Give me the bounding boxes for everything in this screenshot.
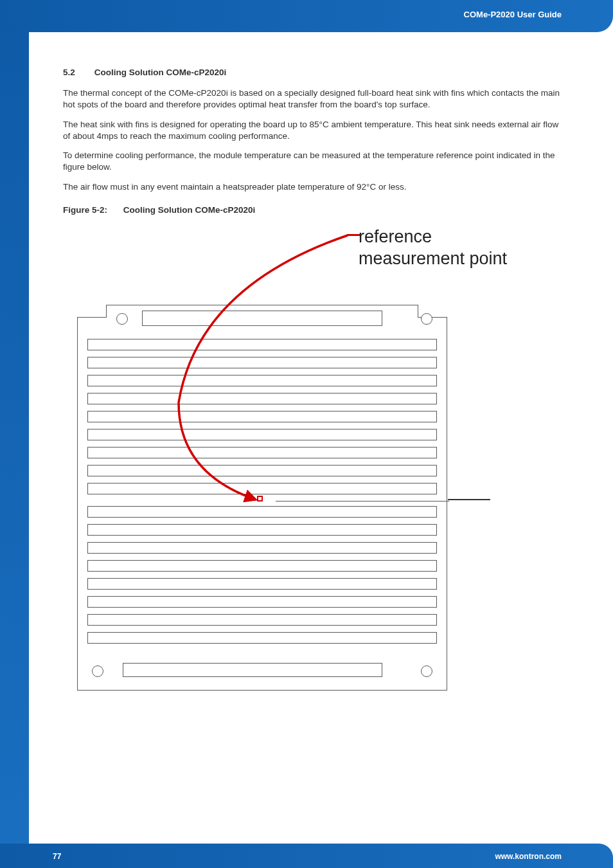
header-banner: COMe-P2020 User Guide [0,0,613,32]
left-accent-stripe [0,0,29,868]
paragraph-1: The thermal concept of the COMe-cP2020i … [63,87,562,111]
footer-url: www.kontron.com [495,852,562,861]
fin [87,483,437,494]
fin [87,447,437,458]
mount-hole-br [421,665,432,677]
fin [87,465,437,476]
top-strip [142,311,382,326]
figure-number: Figure 5-2: [63,204,121,216]
fin [87,578,437,590]
fin [87,614,437,626]
paragraph-3: To determine cooling performance, the mo… [63,150,562,173]
mount-hole-tr [421,313,432,325]
bottom-strip [123,663,382,677]
fin [87,429,437,440]
fin [87,339,437,350]
section-heading: 5.2 Cooling Solution COMe-cP2020i [63,67,562,78]
figure-caption: Cooling Solution COMe-cP2020i [123,205,256,215]
measurement-extension-line-outer [448,499,490,500]
figure-diagram: reference measurement point [63,229,513,705]
section-number: 5.2 [63,67,92,78]
reference-measurement-point-marker [257,496,263,502]
paragraph-2: The heat sink with fins is designed for … [63,119,562,142]
fin [87,542,437,554]
document-title: COMe-P2020 User Guide [464,10,562,19]
fin [87,560,437,572]
mount-hole-bl [92,665,103,677]
notch-top-left [77,305,107,318]
fin [87,596,437,608]
fin [87,506,437,518]
fin [87,632,437,644]
figure-label: Figure 5-2: Cooling Solution COMe-cP2020… [63,204,562,216]
measurement-extension-line-inner [276,501,449,502]
page-content: 5.2 Cooling Solution COMe-cP2020i The th… [63,67,562,705]
footer-banner: 77 www.kontron.com [0,844,613,868]
section-title: Cooling Solution COMe-cP2020i [94,68,227,77]
page-number: 77 [53,852,61,861]
fin [87,411,437,422]
fin [87,524,437,536]
annotation-text: reference measurement point [359,226,513,270]
paragraph-4: The air flow must in any event maintain … [63,181,562,193]
fin [87,375,437,386]
fin [87,357,437,368]
fin [87,393,437,404]
mount-hole-tl [116,313,128,325]
